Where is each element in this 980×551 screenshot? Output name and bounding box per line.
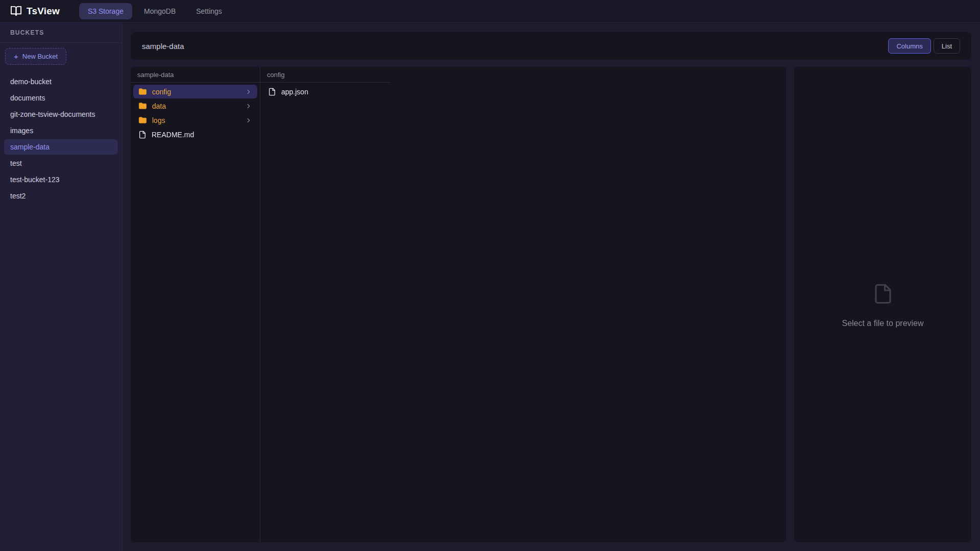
- miller-columns-panel: sample-data config: [131, 67, 786, 542]
- folder-icon: [138, 87, 147, 96]
- bucket-item-demo-bucket[interactable]: demo-bucket: [4, 74, 118, 89]
- bucket-item-git-zone-tsview-documents[interactable]: git-zone-tsview-documents: [4, 107, 118, 122]
- column-config: config app.json: [260, 67, 390, 542]
- bucket-item-test[interactable]: test: [4, 156, 118, 171]
- nav-tab-settings[interactable]: Settings: [187, 3, 231, 19]
- column-rows: app.json: [260, 83, 390, 101]
- entry-label: app.json: [281, 88, 308, 96]
- chevron-right-icon: [245, 88, 252, 95]
- nav-tab-mongodb[interactable]: MongoDB: [135, 3, 184, 19]
- entry-label: logs: [152, 116, 165, 124]
- folder-row-logs[interactable]: logs: [133, 113, 257, 127]
- file-icon: [268, 88, 276, 96]
- plus-icon: +: [14, 53, 18, 60]
- app-logo: TsView: [10, 5, 60, 17]
- column-header: sample-data: [131, 67, 260, 83]
- entry-label: config: [152, 88, 171, 96]
- new-bucket-label: New Bucket: [22, 53, 58, 60]
- buckets-sidebar: BUCKETS + New Bucket demo-bucket documen…: [0, 22, 122, 551]
- file-row-app-json[interactable]: app.json: [263, 85, 387, 98]
- file-row-readme[interactable]: README.md: [133, 128, 257, 141]
- page-header: sample-data Columns List: [131, 32, 971, 60]
- file-icon: [138, 131, 146, 139]
- list-view-button[interactable]: List: [934, 38, 960, 54]
- book-open-icon: [10, 5, 22, 17]
- preview-placeholder-text: Select a file to preview: [842, 319, 923, 328]
- column-sample-data: sample-data config: [131, 67, 260, 542]
- new-bucket-button[interactable]: + New Bucket: [5, 48, 66, 65]
- folder-icon: [138, 116, 147, 124]
- bucket-item-documents[interactable]: documents: [4, 90, 118, 106]
- top-navbar: TsView S3 Storage MongoDB Settings: [0, 0, 980, 22]
- bucket-item-images[interactable]: images: [4, 123, 118, 138]
- folder-icon: [138, 102, 147, 110]
- main-content: sample-data Columns List sample-data c: [122, 22, 980, 551]
- column-rows: config data: [131, 83, 260, 144]
- bucket-item-sample-data[interactable]: sample-data: [4, 139, 118, 155]
- file-placeholder-icon: [872, 281, 894, 309]
- column-header: config: [260, 67, 390, 83]
- folder-row-data[interactable]: data: [133, 99, 257, 113]
- bucket-item-test-bucket-123[interactable]: test-bucket-123: [4, 172, 118, 187]
- chevron-right-icon: [245, 103, 252, 110]
- columns-view-button[interactable]: Columns: [888, 38, 930, 54]
- chevron-right-icon: [245, 117, 252, 124]
- buckets-section-label: BUCKETS: [0, 22, 122, 43]
- bucket-list: demo-bucket documents git-zone-tsview-do…: [0, 74, 122, 204]
- bucket-item-test2[interactable]: test2: [4, 188, 118, 204]
- page-title: sample-data: [142, 42, 184, 51]
- view-toggle: Columns List: [888, 38, 960, 54]
- entry-label: data: [152, 102, 166, 110]
- nav-tab-s3-storage[interactable]: S3 Storage: [79, 3, 132, 19]
- file-preview-panel: Select a file to preview: [794, 67, 971, 542]
- content-row: sample-data config: [131, 67, 971, 542]
- folder-row-config[interactable]: config: [133, 85, 257, 98]
- app-title: TsView: [27, 6, 60, 17]
- entry-label: README.md: [152, 131, 194, 139]
